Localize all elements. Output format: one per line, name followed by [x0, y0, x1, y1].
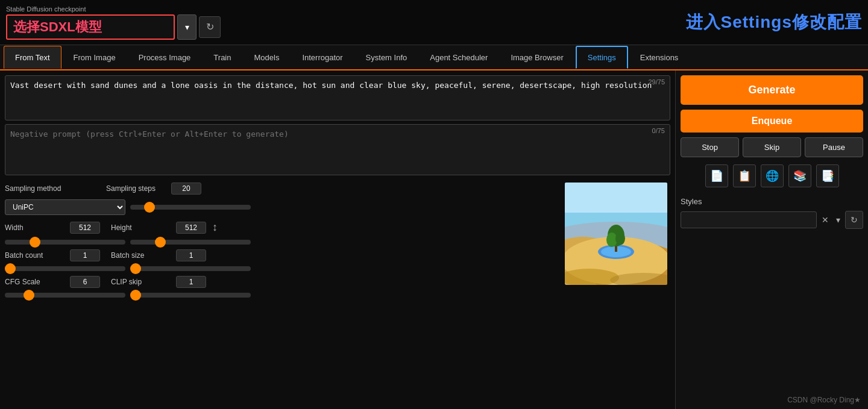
- batch-size-label: Batch size: [111, 251, 171, 260]
- batch-slider-row: [5, 266, 556, 271]
- batch-label-row: Batch count 1 Batch size 1: [5, 249, 556, 261]
- sampling-method-select[interactable]: UniPC Euler Euler a DPM++ 2M: [5, 199, 125, 215]
- cfg-scale-slider-container: [5, 293, 125, 298]
- styles-row: ✕ ▾ ↻: [681, 211, 863, 229]
- tabs-bar: From Text From Image Process Image Train…: [0, 45, 868, 70]
- pause-button[interactable]: Pause: [805, 137, 863, 157]
- prompt-textarea[interactable]: [5, 76, 670, 118]
- header-title: 进入Settings修改配置: [686, 11, 862, 34]
- height-slider[interactable]: [130, 240, 251, 245]
- tab-from-text[interactable]: From Text: [4, 46, 61, 69]
- checkpoint-dropdown[interactable]: 选择SDXL模型: [6, 14, 175, 40]
- tab-image-browser[interactable]: Image Browser: [500, 46, 574, 69]
- right-panel: Generate Enqueue Stop Skip Pause 📄 📋 🌐 📚…: [675, 70, 868, 409]
- batch-size-value[interactable]: 1: [176, 249, 206, 261]
- svg-rect-1: [565, 183, 667, 213]
- left-panel: 29/75 0/75 Sampling method Sampling step…: [0, 70, 675, 409]
- tab-extensions[interactable]: Extensions: [629, 46, 690, 69]
- dimensions-label-row: Width 512 Height 512 ↕: [5, 220, 556, 235]
- tab-train[interactable]: Train: [203, 46, 242, 69]
- tab-system-info[interactable]: System Info: [355, 46, 418, 69]
- styles-label: Styles: [681, 197, 863, 206]
- cfg-scale-slider[interactable]: [5, 293, 125, 298]
- tab-settings[interactable]: Settings: [576, 46, 628, 69]
- styles-refresh-button[interactable]: ↻: [845, 211, 863, 229]
- main-content: 29/75 0/75 Sampling method Sampling step…: [0, 70, 868, 409]
- sampling-method-label: Sampling method: [5, 184, 65, 193]
- watermark: CSDN @Rocky Ding★: [787, 396, 861, 404]
- svg-point-11: [615, 232, 625, 245]
- sampling-steps-value[interactable]: 20: [171, 183, 201, 195]
- width-slider-container: [5, 240, 125, 245]
- tab-interrogator[interactable]: Interrogator: [291, 46, 353, 69]
- checkpoint-row: 选择SDXL模型 ▾ ↻: [6, 14, 221, 40]
- book-icon-button[interactable]: 📚: [788, 164, 811, 187]
- stop-skip-pause-row: Stop Skip Pause: [681, 137, 863, 157]
- sampling-method-row: Sampling method Sampling steps 20: [5, 183, 556, 195]
- globe-icon-button[interactable]: 🌐: [761, 164, 784, 187]
- swap-dimensions-button[interactable]: ↕: [211, 220, 219, 235]
- controls-left: Sampling method Sampling steps 20 UniPC …: [5, 183, 556, 298]
- checkpoint-label: Stable Diffusion checkpoint: [6, 5, 221, 13]
- height-value[interactable]: 512: [176, 222, 206, 234]
- negative-prompt-textarea[interactable]: [5, 125, 670, 173]
- sampling-steps-slider[interactable]: [130, 205, 251, 210]
- clipboard-icon-button[interactable]: 📋: [733, 164, 756, 187]
- sampling-controls-row: UniPC Euler Euler a DPM++ 2M: [5, 199, 556, 215]
- height-label: Height: [111, 223, 171, 232]
- styles-input[interactable]: [681, 211, 817, 228]
- prompt-box: 29/75: [5, 75, 670, 120]
- clip-skip-value[interactable]: 1: [176, 276, 206, 288]
- dimensions-slider-row: [5, 240, 556, 245]
- width-value[interactable]: 512: [70, 222, 100, 234]
- header: Stable Diffusion checkpoint 选择SDXL模型 ▾ ↻…: [0, 0, 868, 45]
- height-slider-container: [130, 240, 251, 245]
- image-area: [562, 183, 670, 298]
- width-label: Width: [5, 223, 65, 232]
- clip-skip-label: CLIP skip: [111, 278, 171, 286]
- sampling-steps-label: Sampling steps: [106, 184, 166, 193]
- prompt-counter: 29/75: [648, 78, 665, 86]
- generated-image: [565, 183, 667, 285]
- stop-button[interactable]: Stop: [681, 137, 739, 157]
- checkpoint-section: Stable Diffusion checkpoint 选择SDXL模型 ▾ ↻: [6, 5, 221, 40]
- enqueue-button[interactable]: Enqueue: [681, 110, 863, 133]
- desert-svg: [565, 183, 667, 285]
- tab-from-image[interactable]: From Image: [63, 46, 127, 69]
- neg-prompt-counter: 0/75: [652, 127, 665, 134]
- width-slider[interactable]: [5, 240, 125, 245]
- cfg-scale-label: CFG Scale: [5, 278, 65, 286]
- clip-skip-slider[interactable]: [130, 293, 251, 298]
- batch-count-slider[interactable]: [5, 266, 125, 271]
- cfg-label-row: CFG Scale 6 CLIP skip 1: [5, 276, 556, 288]
- tab-process-image[interactable]: Process Image: [128, 46, 202, 69]
- generate-button[interactable]: Generate: [681, 75, 863, 105]
- clip-skip-slider-container: [130, 293, 251, 298]
- controls-section: Sampling method Sampling steps 20 UniPC …: [5, 179, 670, 301]
- copy-icon-button[interactable]: 📑: [816, 164, 839, 187]
- tab-models[interactable]: Models: [243, 46, 290, 69]
- styles-clear-button[interactable]: ✕: [819, 215, 831, 225]
- checkpoint-arrow-button[interactable]: ▾: [177, 14, 197, 40]
- negative-prompt-box: 0/75: [5, 124, 670, 175]
- batch-size-slider-container: [130, 266, 251, 271]
- checkpoint-refresh-button[interactable]: ↻: [199, 16, 221, 38]
- styles-dropdown-button[interactable]: ▾: [834, 215, 843, 225]
- cfg-slider-row: [5, 293, 556, 298]
- cfg-scale-value[interactable]: 6: [70, 276, 100, 288]
- skip-button[interactable]: Skip: [743, 137, 801, 157]
- sampling-steps-slider-container: [130, 205, 251, 210]
- batch-count-label: Batch count: [5, 251, 65, 260]
- file-icon-button[interactable]: 📄: [705, 164, 728, 187]
- tab-agent-scheduler[interactable]: Agent Scheduler: [419, 46, 498, 69]
- batch-count-slider-container: [5, 266, 125, 271]
- batch-size-slider[interactable]: [130, 266, 251, 271]
- batch-count-value[interactable]: 1: [70, 249, 100, 261]
- icon-row: 📄 📋 🌐 📚 📑: [681, 162, 863, 190]
